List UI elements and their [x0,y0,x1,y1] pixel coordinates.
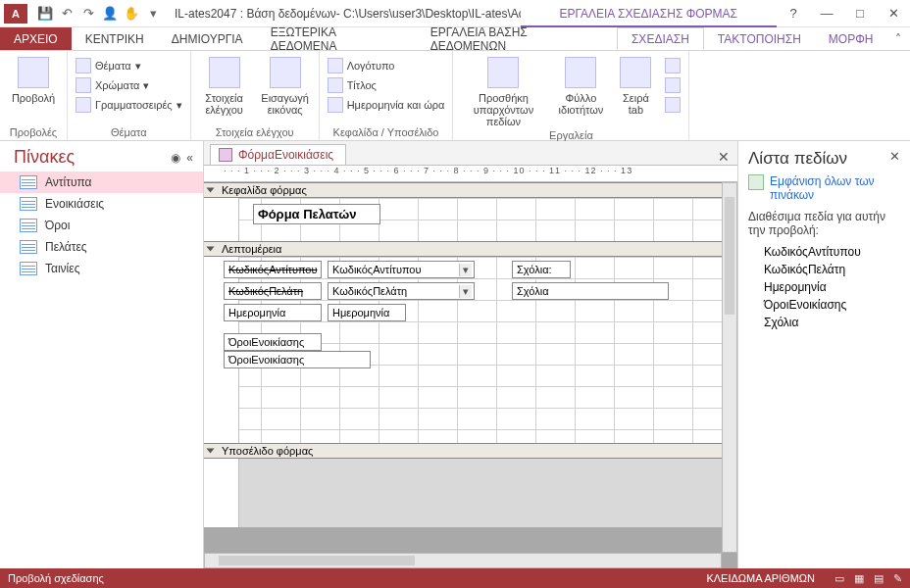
field-imerominia[interactable]: Ημερομηνία [748,278,900,296]
tool-extra-3-icon [665,97,681,113]
view-icon [18,57,49,88]
tool-extra-2[interactable] [663,76,682,94]
insert-image-button[interactable]: Εισαγωγή εικόνας [258,53,313,116]
view-datasheet-icon[interactable]: ▦ [854,572,864,585]
property-sheet-button[interactable]: Φύλλο ιδιοτήτων [553,53,608,116]
fonts-icon [76,97,91,113]
tab-format[interactable]: ΜΟΡΦΗ [815,27,887,50]
field-oroi[interactable]: ΌροιΕνοικίασης [748,296,900,314]
title-button[interactable]: Τίτλος [326,76,447,94]
logo-button[interactable]: Λογότυπο [326,57,447,74]
group-themes: Θέματα [74,124,184,140]
field-sxolia[interactable]: Σχόλια [748,314,900,331]
field-list-pane: Λίστα πεδίων✕ Εμφάνιση όλων των πινάκων … [737,141,910,568]
help-icon[interactable]: ? [777,0,810,27]
undo-icon[interactable]: ↶ [59,6,75,22]
field-kod-pelati[interactable]: ΚωδικόςΠελάτη [748,261,900,278]
tool-extra-1-icon [665,58,681,74]
contextual-tab-label: ΕΡΓΑΛΕΙΑ ΣΧΕΔΙΑΣΗΣ ΦΟΡΜΑΣ [521,0,778,27]
group-views: Προβολές [6,124,61,140]
colors-button[interactable]: Χρώματα ▾ [74,76,184,94]
nav-header-title[interactable]: Πίνακες [14,147,75,168]
band-form-footer[interactable]: Υποσέλιδο φόρμας [204,443,737,459]
tab-order-button[interactable]: Σειρά tab [614,53,657,116]
tool-extra-3[interactable] [663,96,682,114]
text-oroi[interactable]: ΌροιΕνοικίασης [224,351,371,368]
tab-home[interactable]: ΚΕΝΤΡΙΚΗ [72,27,158,50]
app-icon: A [4,4,27,24]
touch-icon[interactable]: ✋ [124,6,139,22]
existing-fields-icon [487,57,519,88]
field-kod-antitypou[interactable]: ΚωδικόςΑντίτυπου [748,243,900,261]
nav-item-label: Όροι [45,219,70,232]
themes-button[interactable]: Θέματα ▾ [74,57,184,74]
close-document-icon[interactable]: ✕ [718,149,730,165]
nav-item-label: Ενοικιάσεις [45,197,104,211]
nav-item-pelates[interactable]: Πελάτες [0,236,203,258]
status-view-mode: Προβολή σχεδίασης [8,572,104,584]
show-all-icon [748,174,764,190]
controls-button[interactable]: Στοιχεία ελέγχου [197,53,252,116]
datetime-icon [328,97,343,113]
design-surface[interactable]: Κεφαλίδα φόρμας Φόρμα Πελατών Λεπτομέρει… [204,182,737,568]
label-sxolia[interactable]: Σχόλια: [512,261,571,278]
text-sxolia[interactable]: Σχόλια [512,282,669,300]
combo-kodikos-antitypou[interactable]: ΚωδικόςΑντίτυπου [328,261,475,278]
tab-create[interactable]: ΔΗΜΙΟΥΡΓΙΑ [158,27,257,50]
datetime-label: Ημερομηνία και ώρα [347,99,445,111]
horizontal-scrollbar[interactable] [204,553,722,568]
collapse-ribbon-icon[interactable]: ˄ [886,27,910,50]
label-kodikos-antitypou[interactable]: ΚωδικόςΑντίτυπου [224,261,322,278]
label-oroi[interactable]: ΌροιΕνοικίασης [224,333,322,351]
band-form-header[interactable]: Κεφαλίδα φόρμας [204,182,737,198]
tab-design[interactable]: ΣΧΕΔΙΑΣΗ [617,27,704,50]
controls-label: Στοιχεία ελέγχου [197,92,252,116]
tab-external[interactable]: ΕΞΩΤΕΡΙΚΑ ΔΕΔΟΜΕΝΑ [257,27,417,50]
document-tab-label: ΦόρμαΕνοικιάσεις [238,148,333,162]
text-imerominia[interactable]: Ημερομηνία [328,304,406,321]
table-icon [20,262,37,275]
vertical-scrollbar[interactable] [722,182,737,553]
nav-filter-icon[interactable]: ◉ [171,151,180,165]
existing-fields-button[interactable]: Προσθήκη υπαρχόντων πεδίων [459,53,547,127]
vertical-ruler [222,459,239,527]
fonts-button[interactable]: Γραμματοσειρές ▾ [74,96,184,114]
tab-dbtools[interactable]: ΕΡΓΑΛΕΙΑ ΒΑΣΗΣ ΔΕΔΟΜΕΝΩΝ [417,27,617,50]
close-icon[interactable]: ✕ [877,0,910,27]
tool-extra-1[interactable] [663,57,682,74]
band-detail[interactable]: Λεπτομέρεια [204,241,737,257]
nav-item-oroi[interactable]: Όροι [0,215,203,236]
datetime-button[interactable]: Ημερομηνία και ώρα [326,96,447,114]
horizontal-ruler: · · · 1 · · · 2 · · · 3 · · · 4 · · · 5 … [204,165,737,182]
minimize-icon[interactable]: — [810,0,843,27]
view-form-icon[interactable]: ▭ [834,572,844,585]
nav-item-enoikiaseis[interactable]: Ενοικιάσεις [0,193,203,215]
view-design-icon[interactable]: ✎ [893,572,902,585]
fonts-label: Γραμματοσειρές [95,99,173,111]
view-layout-icon[interactable]: ▤ [874,572,884,585]
restore-icon[interactable]: □ [843,0,877,27]
nav-item-tainies[interactable]: Ταινίες [0,258,203,279]
view-button[interactable]: Προβολή [6,53,61,104]
close-field-list-icon[interactable]: ✕ [889,149,900,169]
tab-arrange[interactable]: ΤΑΚΤΟΠΟΙΗΣΗ [704,27,815,50]
tab-file[interactable]: ΑΡΧΕΙΟ [0,27,72,50]
status-numlock: ΚΛΕΙΔΩΜΑ ΑΡΙΘΜΩΝ [706,572,815,584]
field-list-title: Λίστα πεδίων [748,149,847,169]
show-all-tables-link[interactable]: Εμφάνιση όλων των πινάκων [748,174,900,202]
form-title-label[interactable]: Φόρμα Πελατών [253,204,380,224]
existing-fields-label: Προσθήκη υπαρχόντων πεδίων [459,92,547,127]
logo-icon [328,58,343,74]
nav-collapse-icon[interactable]: « [186,151,193,165]
label-imerominia[interactable]: Ημερομηνία [224,304,322,321]
label-kodikos-pelati[interactable]: ΚωδικόςΠελάτη [224,282,322,300]
tab-order-icon [620,57,651,88]
qat-menu-icon[interactable]: ▾ [145,6,161,22]
title-icon [328,77,343,93]
nav-item-antitypa[interactable]: Αντίτυπα [0,172,203,193]
save-icon[interactable]: 💾 [37,6,53,22]
redo-icon[interactable]: ↷ [80,6,96,22]
document-tab[interactable]: ΦόρμαΕνοικιάσεις [210,144,346,165]
combo-kodikos-pelati[interactable]: ΚωδικόςΠελάτη [328,282,475,300]
user-icon[interactable]: 👤 [102,6,118,22]
